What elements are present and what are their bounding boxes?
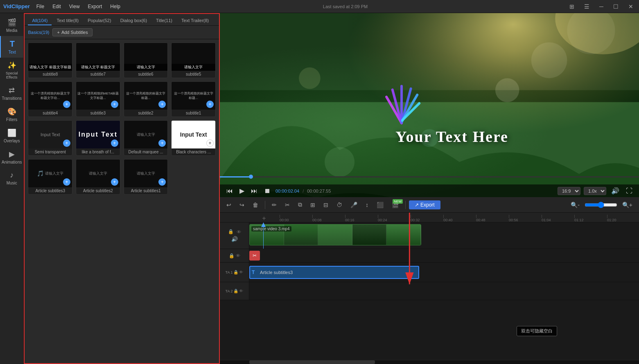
add-track-header-btn[interactable]: + xyxy=(262,215,266,222)
card-add-btn-subtitle3[interactable]: + xyxy=(111,101,118,108)
cut-button[interactable]: ✂ xyxy=(282,200,293,210)
menu-edit[interactable]: Edit xyxy=(49,3,64,10)
card-article-subtitles2[interactable]: 请输入文字 + Article subtitles2 xyxy=(76,159,120,195)
aspect-ratio-select[interactable]: 16:9 9:16 1:1 xyxy=(558,187,580,195)
sidebar-label-animations: Animations xyxy=(2,160,22,164)
sidebar-item-special-effects[interactable]: ✨ Special Effects xyxy=(0,58,23,83)
crop-button[interactable]: ⊞ xyxy=(307,200,318,210)
card-label-subtitle8: subtitle8 xyxy=(28,71,72,78)
card-black-characters[interactable]: Input Text + Black characters ... xyxy=(171,120,216,156)
minimize-btn[interactable]: ─ xyxy=(597,2,606,11)
card-like-breath[interactable]: Input Text + like a breath of f... xyxy=(76,120,120,156)
undo-button[interactable]: ↩ xyxy=(223,200,235,210)
zoom-in-btn[interactable]: 🔍+ xyxy=(619,200,636,210)
card-subtitle5[interactable]: 请输入文字 subtitle5 xyxy=(171,43,216,78)
menu-export[interactable]: Export xyxy=(85,3,106,10)
sidebar-item-filters[interactable]: 🎨 Filters xyxy=(0,104,23,125)
card-preview-semi-transparent: Input Text + xyxy=(28,121,72,148)
zoom-slider[interactable] xyxy=(585,202,617,208)
play-btn[interactable]: ▶ xyxy=(238,186,246,195)
card-add-btn-subtitle4[interactable]: + xyxy=(63,101,70,108)
card-subtitle6[interactable]: 请输入文字 subtitle6 xyxy=(124,43,168,78)
sidebar-item-overlays[interactable]: ⬜ Overlays xyxy=(0,125,23,146)
split-button[interactable]: ⊟ xyxy=(320,200,332,210)
mic-button[interactable]: 🎤 xyxy=(347,200,361,210)
card-article-subtitles3[interactable]: 🎵 请输入文字 + Article subtitles3 xyxy=(28,159,72,195)
fullscreen-btn[interactable]: ⛶ xyxy=(624,186,634,195)
basics-filter[interactable]: Basics(19) xyxy=(28,30,49,35)
card-subtitle4[interactable]: 这一个漂亮精致的标题文字标题文字动... + subtitle4 xyxy=(28,81,72,117)
tab-dialog[interactable]: Dialog box(6) xyxy=(116,16,151,25)
sidebar-item-animations[interactable]: ▶ Animations xyxy=(0,146,23,168)
ruler-mark-2: 00:16 xyxy=(344,215,377,222)
volume-btn[interactable]: 🔊 xyxy=(610,186,621,195)
card-add-btn-article1[interactable]: + xyxy=(158,178,166,186)
menu-view[interactable]: View xyxy=(66,3,83,10)
close-btn[interactable]: ✕ xyxy=(626,2,636,11)
redo-button[interactable]: ↪ xyxy=(236,200,248,210)
spacer-eye-icon[interactable]: 👁 xyxy=(236,253,240,258)
card-subtitle3[interactable]: 这一个漂亮精致的META标题文字标题... + subtitle3 xyxy=(76,81,120,117)
ta2-lock-icon[interactable]: 🔒 xyxy=(233,289,238,293)
progress-bar-container[interactable] xyxy=(220,176,639,178)
card-add-btn-semi[interactable]: + xyxy=(63,139,70,147)
ruler-mark-0: 00:00 xyxy=(279,215,312,222)
skip-forward-btn[interactable]: ⏭ xyxy=(249,186,259,195)
tab-all[interactable]: All(104) xyxy=(28,16,52,25)
spacer-lock-icon[interactable]: 🔒 xyxy=(229,253,235,258)
menu-help[interactable]: Help xyxy=(107,3,124,10)
delete-button[interactable]: 🗑 xyxy=(249,200,262,210)
menu-btn[interactable]: ☰ xyxy=(582,2,592,11)
card-add-btn-like-breath[interactable]: + xyxy=(111,139,118,147)
stop-btn[interactable]: ⏹ xyxy=(262,186,272,195)
card-subtitle2[interactable]: 这一个漂亮精致的标题文字标题... + subtitle2 xyxy=(124,81,168,117)
ta1-lock-icon[interactable]: 🔒 xyxy=(233,270,238,274)
card-add-btn-subtitle2[interactable]: + xyxy=(158,101,166,108)
add-subtitles-button[interactable]: + Add Subtitles xyxy=(52,28,92,36)
subtitle-button[interactable]: ⬛ xyxy=(373,200,387,210)
new-feature-button[interactable]: 🎬 NEW xyxy=(388,200,402,210)
card-subtitle7[interactable]: 请输入文字 标题文字 subtitle7 xyxy=(76,43,120,78)
edit-button[interactable]: ✏ xyxy=(269,200,280,210)
export-button[interactable]: ↗ Export xyxy=(409,200,440,209)
tab-popular[interactable]: Popular(52) xyxy=(84,16,115,25)
menu-file[interactable]: File xyxy=(33,3,47,10)
sidebar-item-media[interactable]: 🎬 Media xyxy=(0,15,23,36)
arrow-button[interactable]: ↕ xyxy=(362,200,372,210)
card-add-btn-article2[interactable]: + xyxy=(111,178,118,186)
timeline-container: + 00:00 00:08 00:16 00:24 00:32 00:40 00… xyxy=(220,213,639,360)
home-btn[interactable]: ⊞ xyxy=(567,2,577,11)
card-semi-transparent[interactable]: Input Text + Semi transparent xyxy=(28,120,72,156)
sidebar-item-text[interactable]: T Text xyxy=(0,36,23,58)
card-default-marquee[interactable]: 请输入文字 + Default marquee ... xyxy=(124,120,168,156)
copy-button[interactable]: ⧉ xyxy=(295,200,305,210)
timeline-scrollbar[interactable] xyxy=(220,360,639,364)
card-add-btn-subtitle1[interactable]: + xyxy=(206,101,214,108)
tab-text-trailer[interactable]: Text Trailer(8) xyxy=(177,16,213,25)
card-add-btn-black-chars[interactable]: + xyxy=(206,139,214,147)
sidebar-item-transitions[interactable]: ⇄ Transitions xyxy=(0,83,23,104)
card-label-article-subtitles1: Article subtitles1 xyxy=(124,187,168,194)
tab-title[interactable]: Title(11) xyxy=(152,16,176,25)
card-add-btn-article3[interactable]: + xyxy=(63,178,70,186)
zoom-out-btn[interactable]: 🔍- xyxy=(567,200,583,210)
text-clip[interactable]: T Article subtitles3 xyxy=(249,266,419,279)
ta2-eye-icon[interactable]: 👁 xyxy=(239,289,243,293)
tab-text-title[interactable]: Text title(8) xyxy=(52,16,83,25)
card-subtitle8[interactable]: 请输入文字 标题文字标题 subtitle8 xyxy=(28,43,72,78)
video-clip[interactable]: sample video 3.mp4 xyxy=(249,224,421,245)
card-subtitle1[interactable]: 这一个漂亮精致的标题文字标题... + subtitle1 xyxy=(171,81,216,117)
video-eye-btn[interactable]: 👁 xyxy=(236,229,242,235)
card-article-subtitles1[interactable]: 请输入文字 + Article subtitles1 xyxy=(124,159,168,195)
maximize-btn[interactable]: ☐ xyxy=(611,2,621,11)
video-audio-btn[interactable]: 🔊 xyxy=(230,236,239,243)
scissors-clip[interactable]: ✂ xyxy=(249,251,260,261)
video-lock-btn[interactable]: 🔒 xyxy=(227,229,235,235)
sidebar-item-music[interactable]: ♪ Music xyxy=(0,168,23,189)
clock-button[interactable]: ⏱ xyxy=(333,200,345,210)
card-add-btn-default-marquee[interactable]: + xyxy=(158,139,166,147)
scrollbar-thumb[interactable] xyxy=(249,360,375,364)
skip-back-btn[interactable]: ⏮ xyxy=(225,186,235,195)
ta1-eye-icon[interactable]: 👁 xyxy=(239,270,243,274)
speed-select[interactable]: 1.0x 0.5x 1.5x 2.0x xyxy=(584,187,606,195)
